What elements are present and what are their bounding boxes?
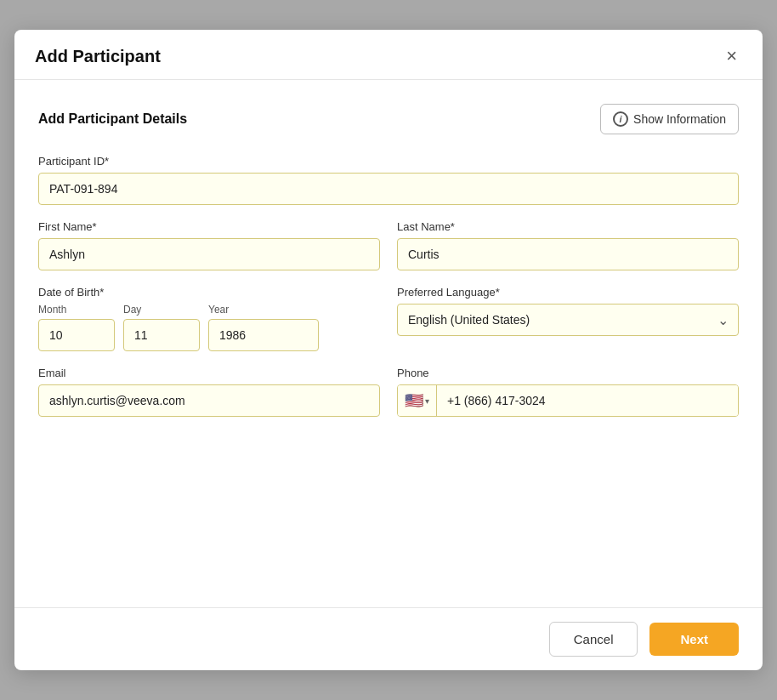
phone-input[interactable]: [437, 385, 738, 416]
phone-wrapper: 🇺🇸 ▾: [397, 384, 739, 417]
flag-emoji: 🇺🇸: [405, 391, 423, 410]
last-name-input[interactable]: [397, 238, 739, 270]
dob-month-group: Month: [38, 304, 115, 351]
section-header: Add Participant Details i Show Informati…: [38, 104, 739, 134]
dob-language-row: Date of Birth* Month Day Year: [38, 286, 739, 351]
dob-fields: Month Day Year: [38, 304, 380, 351]
modal-title: Add Participant: [35, 47, 161, 66]
participant-id-input[interactable]: [38, 173, 739, 205]
phone-label: Phone: [397, 367, 739, 379]
dob-year-label: Year: [208, 304, 319, 316]
show-information-button[interactable]: i Show Information: [600, 104, 739, 134]
show-info-label: Show Information: [633, 112, 726, 126]
first-name-input[interactable]: [38, 238, 380, 270]
section-title: Add Participant Details: [38, 111, 187, 127]
modal-footer: Cancel Next: [14, 607, 763, 670]
info-icon: i: [613, 111, 628, 127]
email-input[interactable]: [38, 384, 380, 417]
modal-overlay: Add Participant × Add Participant Detail…: [0, 0, 777, 700]
modal-body: Add Participant Details i Show Informati…: [14, 80, 763, 607]
dob-day-label: Day: [123, 304, 200, 316]
dob-month-label: Month: [38, 304, 115, 316]
participant-id-label: Participant ID*: [38, 155, 739, 168]
preferred-language-select[interactable]: English (United States) French (France) …: [397, 304, 739, 336]
close-button[interactable]: ×: [721, 45, 742, 67]
first-name-group: First Name*: [38, 220, 380, 270]
dob-day-group: Day: [123, 304, 200, 351]
add-participant-modal: Add Participant × Add Participant Detail…: [14, 30, 763, 670]
next-button[interactable]: Next: [649, 623, 739, 656]
flag-dropdown-arrow-icon: ▾: [425, 396, 429, 406]
email-label: Email: [38, 367, 380, 379]
dob-year-group: Year: [208, 304, 319, 351]
last-name-label: Last Name*: [397, 220, 739, 233]
participant-id-group: Participant ID*: [38, 155, 739, 205]
email-phone-row: Email Phone 🇺🇸 ▾: [38, 367, 739, 417]
dob-day-input[interactable]: [123, 319, 200, 351]
dob-section: Date of Birth* Month Day Year: [38, 286, 380, 351]
first-name-label: First Name*: [38, 220, 380, 233]
phone-flag-dropdown[interactable]: 🇺🇸 ▾: [398, 385, 437, 416]
email-group: Email: [38, 367, 380, 417]
dob-month-input[interactable]: [38, 319, 115, 351]
name-row: First Name* Last Name*: [38, 220, 739, 270]
preferred-language-label: Preferred Language*: [397, 286, 739, 299]
participant-id-row: Participant ID*: [38, 155, 739, 205]
dob-year-input[interactable]: [208, 319, 319, 351]
dob-label: Date of Birth*: [38, 286, 380, 299]
cancel-button[interactable]: Cancel: [549, 622, 638, 657]
modal-header: Add Participant ×: [14, 30, 763, 80]
preferred-language-section: Preferred Language* English (United Stat…: [397, 286, 739, 336]
preferred-language-wrapper: English (United States) French (France) …: [397, 304, 739, 336]
last-name-group: Last Name*: [397, 220, 739, 270]
phone-group: Phone 🇺🇸 ▾: [397, 367, 739, 417]
